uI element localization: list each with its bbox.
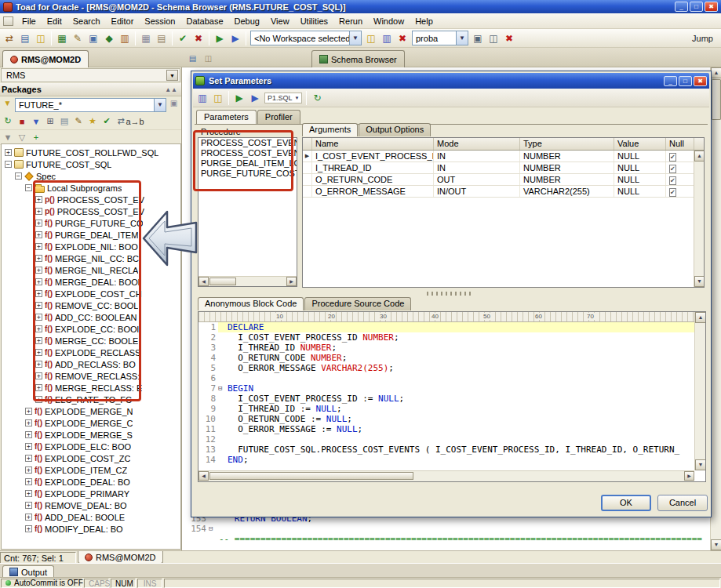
- menu-window[interactable]: Window: [368, 14, 410, 28]
- expand-toggle-icon[interactable]: +: [35, 325, 42, 332]
- sort-ab-icon[interactable]: a→b: [128, 114, 142, 129]
- menu-debug[interactable]: Debug: [229, 14, 265, 28]
- close-button[interactable]: ✖: [694, 76, 707, 86]
- tree-item[interactable]: +f()REMOVE_CC: BOOL: [2, 299, 180, 311]
- tree-item[interactable]: +f()ADD_DEAL: BOOLE: [2, 511, 180, 523]
- expand-toggle-icon[interactable]: −: [5, 161, 12, 168]
- tree-item[interactable]: +f()ADD_RECLASS: BO: [2, 358, 180, 370]
- name-filter-combobox[interactable]: FUTURE_* ▼: [15, 98, 166, 112]
- code-vscrollbar[interactable]: ▲ ▼: [694, 312, 705, 470]
- menu-session[interactable]: Session: [139, 14, 180, 28]
- tree-item[interactable]: −Local Subprograms: [2, 182, 180, 194]
- table-row[interactable]: ▶I_COST_EVENT_PROCESS_IDINNUMBERNULL✔: [303, 151, 704, 162]
- scroll-right-icon[interactable]: ▶: [286, 277, 297, 286]
- tree-item[interactable]: −Spec: [2, 170, 180, 182]
- table-row[interactable]: O_ERROR_MESSAGEIN/OUTVARCHAR2(255)NULL✔: [303, 186, 704, 198]
- fold-toggle-icon[interactable]: ⊟: [218, 383, 228, 394]
- expand-toggle-icon[interactable]: +: [25, 431, 32, 438]
- tab-anonymous-block-code[interactable]: Anonymous Block Code: [198, 297, 304, 310]
- splitter-handle[interactable]: [427, 292, 474, 296]
- expand-icon[interactable]: ⊞: [43, 114, 57, 129]
- tree-item[interactable]: +f()EXPLODE_PRIMARY: [2, 488, 180, 499]
- collapse-icon[interactable]: ▲▲: [165, 86, 180, 93]
- menu-search[interactable]: Search: [67, 14, 106, 28]
- open-folder-icon[interactable]: ◫: [363, 31, 379, 46]
- schema-browser-icon[interactable]: ▦: [54, 31, 70, 46]
- menu-edit[interactable]: Edit: [42, 14, 67, 28]
- tree-item[interactable]: +f()EXPLODE_COST_CH: [2, 288, 180, 299]
- table-row[interactable]: I_THREAD_IDINNUMBERNULL✔: [303, 162, 704, 174]
- script-combobox[interactable]: P1.SQL ▼: [264, 93, 302, 103]
- filter-type-icon[interactable]: ▼: [2, 99, 13, 111]
- plus-icon[interactable]: +: [29, 130, 43, 144]
- column-header-type[interactable]: Type: [520, 138, 614, 150]
- expand-toggle-icon[interactable]: −: [25, 184, 32, 191]
- expand-toggle-icon[interactable]: +: [25, 408, 32, 415]
- menu-rerun[interactable]: Rerun: [333, 14, 368, 28]
- null-checkbox[interactable]: ✔: [669, 188, 676, 197]
- chevron-down-icon[interactable]: ▼: [154, 99, 166, 111]
- open-folder-icon[interactable]: ◫: [210, 90, 226, 106]
- tree-item[interactable]: +f()EXPLODE_RECLASS: [2, 347, 180, 358]
- column-header-mode[interactable]: Mode: [434, 138, 520, 150]
- refresh-icon[interactable]: ↻: [1, 114, 15, 129]
- tree-item[interactable]: +f()EXPLODE_MERGE_C: [2, 417, 180, 429]
- expand-toggle-icon[interactable]: +: [25, 478, 32, 485]
- tab-profiler[interactable]: Profiler: [257, 110, 300, 124]
- expand-toggle-icon[interactable]: +: [35, 243, 42, 250]
- funnel-clear-icon[interactable]: ▽: [15, 130, 29, 144]
- scrollbar-thumb[interactable]: [712, 79, 721, 120]
- tree-item[interactable]: +f()REMOVE_DEAL: BO: [2, 499, 180, 511]
- table-row[interactable]: O_RETURN_CODEOUTNUMBERNULL✔: [303, 174, 704, 186]
- output-tab[interactable]: Output: [2, 565, 54, 578]
- tree-item[interactable]: +f()EXPLODE_CC: BOOl: [2, 323, 180, 335]
- menu-file[interactable]: File: [16, 14, 42, 28]
- column-header-value[interactable]: Value: [614, 138, 666, 150]
- tree-item[interactable]: +f()MERGE_RECLASS: E: [2, 382, 180, 394]
- code-hscrollbar[interactable]: ◀ ▶: [198, 470, 694, 481]
- tab-parameters[interactable]: Parameters: [196, 110, 257, 124]
- expand-toggle-icon[interactable]: +: [25, 525, 32, 532]
- scrollbar-thumb[interactable]: [209, 472, 413, 480]
- expand-toggle-icon[interactable]: +: [25, 466, 32, 474]
- expand-toggle-icon[interactable]: +: [35, 384, 42, 391]
- sql-editor-icon[interactable]: ✎: [70, 31, 86, 46]
- tree-item[interactable]: +f()ELC_RATE_TO_FC: [2, 394, 180, 405]
- win-new-icon[interactable]: ▣: [470, 31, 486, 46]
- code-lines[interactable]: 1DECLARE2 I_COST_EVENT_PROCESS_ID NUMBER…: [198, 322, 694, 470]
- scroll-down-icon[interactable]: ▼: [695, 459, 706, 470]
- menu-editor[interactable]: Editor: [106, 14, 140, 28]
- packages-section-header[interactable]: Packages ▲▲: [0, 83, 181, 96]
- tree-item[interactable]: +f()EXPLODE_MERGE_S: [2, 429, 180, 441]
- maximize-button[interactable]: □: [679, 76, 692, 86]
- procedure-list-item[interactable]: PROCESS_COST_EVENTS: [198, 138, 297, 148]
- check-icon[interactable]: ✔: [100, 114, 114, 129]
- editor-vertical-scrollbar[interactable]: ▲ ▼: [710, 67, 721, 550]
- run-b-icon[interactable]: ▶: [247, 90, 263, 106]
- tree-item[interactable]: −FUTURE_COST_SQL: [2, 158, 180, 170]
- procedure-list-hscrollbar[interactable]: ◀ ▶: [198, 276, 297, 286]
- expand-toggle-icon[interactable]: +: [25, 514, 32, 521]
- schema-selector[interactable]: RMS ▼: [1, 68, 180, 82]
- filter-icon[interactable]: ▼: [29, 114, 43, 129]
- scroll-down-icon[interactable]: ▼: [694, 276, 705, 287]
- expand-toggle-icon[interactable]: +: [25, 455, 32, 462]
- close-red-icon[interactable]: ✖: [501, 31, 517, 46]
- tree-item[interactable]: +f()EXPLODE_ITEM_CZ: [2, 464, 180, 476]
- tab-arguments[interactable]: Arguments: [302, 123, 358, 136]
- tree-item[interactable]: +f()EXPLODE_DEAL: BO: [2, 476, 180, 488]
- tab-output-options[interactable]: Output Options: [359, 123, 431, 136]
- procedure-list-item[interactable]: PROCESS_COST_EVENTS: [198, 148, 297, 158]
- win-tile-icon[interactable]: ◫: [486, 31, 501, 46]
- expand-toggle-icon[interactable]: +: [35, 314, 42, 321]
- calendar-icon[interactable]: ▦: [138, 31, 154, 46]
- fold-toggle-icon[interactable]: ⊟: [209, 524, 219, 534]
- close-red-icon[interactable]: ✖: [395, 31, 410, 46]
- dialog-title-bar[interactable]: Set Parameters _ □ ✖: [193, 73, 709, 89]
- db-admin-icon[interactable]: ▥: [117, 31, 133, 46]
- tree-item[interactable]: +f()EXPLODE_COST_ZC: [2, 452, 180, 464]
- minimize-button[interactable]: _: [675, 2, 688, 12]
- anonymous-block-editor[interactable]: 10203040506070 1DECLARE2 I_COST_EVENT_PR…: [198, 311, 706, 482]
- tab-schema-browser[interactable]: Schema Browser: [311, 50, 405, 67]
- workspace-combobox[interactable]: <No Workspace selected> ▼: [250, 31, 362, 45]
